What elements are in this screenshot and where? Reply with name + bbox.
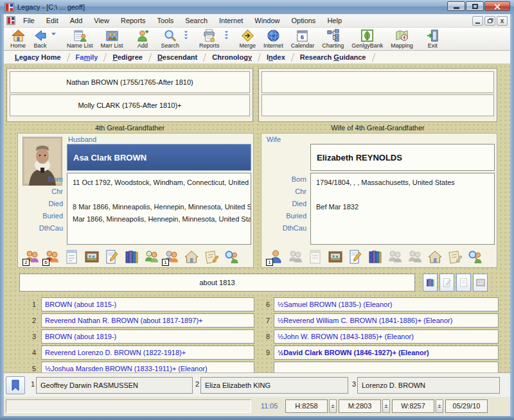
mdi-close-button[interactable]: x <box>497 16 508 26</box>
toolbar-internet-button[interactable]: Internet <box>260 28 287 50</box>
child-item-7[interactable]: ½Reverend William C. BROWN (1841-1886)+ … <box>274 313 499 328</box>
marriage-notes-button[interactable] <box>456 274 471 292</box>
status-date-box[interactable]: 05/29/10 <box>445 399 488 413</box>
wife-rin-stepper[interactable]: ± <box>436 399 443 413</box>
bookmark-item-2[interactable]: Eliza Elizabeth KING <box>200 377 348 394</box>
grandmother-item-empty[interactable] <box>261 94 494 116</box>
bookmark-item-3[interactable]: Lorenzo D. BROWN <box>357 377 500 394</box>
husband-address-icon[interactable] <box>184 249 199 265</box>
marriage-rin-box[interactable]: M:2803 <box>339 399 381 413</box>
husband-name-banner[interactable]: Asa Clark BROWN <box>67 144 251 171</box>
menu-window[interactable]: Window <box>249 15 285 26</box>
tab-descendant[interactable]: Descendant <box>150 51 204 63</box>
tab-family[interactable]: Family <box>69 51 105 63</box>
wife-siblings-icon[interactable] <box>288 249 303 265</box>
wife-name-banner[interactable]: Elizabeth REYNOLDS <box>310 144 495 171</box>
menu-bar: File Edit Add View Reports Tools Search … <box>4 14 510 28</box>
husband-witness-icon[interactable]: 1 <box>164 249 179 265</box>
menu-reports[interactable]: Reports <box>115 15 152 26</box>
menu-tools[interactable]: Tools <box>151 15 179 26</box>
toolbar-charting-button[interactable]: Charting <box>318 28 348 50</box>
back-dropdown-arrow[interactable] <box>51 28 57 40</box>
toolbar-merge-button[interactable]: Merge <box>236 28 260 50</box>
menu-search[interactable]: Search <box>179 15 213 26</box>
child-item-4[interactable]: Reverend Lorenzo D. BROWN (1822-1918)+ <box>41 346 254 360</box>
toolbar-marr-list-button[interactable]: Marr List <box>97 28 127 50</box>
grandfather-item-empty[interactable] <box>261 71 494 93</box>
child-item-9[interactable]: ½David Clark BROWN (1846-1927)+ (Eleanor… <box>274 346 499 360</box>
wife-rin-box[interactable]: W:8257 <box>392 399 434 413</box>
back-icon <box>33 29 47 42</box>
husband-spouses-icon[interactable]: 2 <box>24 249 40 265</box>
menu-help[interactable]: Help <box>321 15 348 26</box>
toolbar-home-button[interactable]: Home <box>6 28 30 50</box>
toolbar-mapping-button[interactable]: Mapping <box>387 28 417 50</box>
menu-options[interactable]: Options <box>285 15 321 26</box>
husband-sources-icon[interactable] <box>124 249 139 265</box>
wife-shared-events-icon[interactable] <box>387 249 403 265</box>
toolbar-calendar-button[interactable]: 6 Calendar <box>287 28 319 50</box>
husband-rin-stepper[interactable]: ± <box>329 399 337 413</box>
menu-file[interactable]: File <box>17 15 40 26</box>
calendar-icon: 6 <box>296 29 309 42</box>
grandmother-item[interactable]: Molly CLARK (1765-After 1810)+ <box>10 94 250 116</box>
tab-research-guidance[interactable]: Research Guidance <box>293 51 373 63</box>
maximize-button[interactable] <box>466 1 484 11</box>
husband-edit-icon[interactable] <box>104 249 120 265</box>
marriage-media-button[interactable] <box>473 274 488 292</box>
toolbar-name-list-button[interactable]: Name List <box>63 28 97 50</box>
wife-todo-icon[interactable] <box>447 249 463 265</box>
husband-siblings-icon[interactable]: 6 <box>44 249 60 265</box>
menu-add[interactable]: Add <box>64 15 89 26</box>
search-more-chevron[interactable] <box>183 28 189 40</box>
marriage-date-box[interactable]: about 1813 <box>19 274 415 292</box>
menu-edit[interactable]: Edit <box>40 15 64 26</box>
tab-pedigree[interactable]: Pedigree <box>105 51 149 63</box>
toolbar-genealogybank-button[interactable]: GenlgyBank <box>348 28 387 50</box>
wife-notes-icon[interactable] <box>308 249 323 265</box>
child-item-3[interactable]: BROWN (about 1819-) <box>41 329 254 344</box>
husband-research-icon[interactable] <box>224 249 239 265</box>
marriage-rin-stepper[interactable]: ± <box>382 399 390 413</box>
child-item-8[interactable]: ½John W. BROWN (1843-1885)+ (Eleanor) <box>274 329 499 344</box>
toolbar-exit-button[interactable]: Exit <box>422 28 443 50</box>
wife-spouses-icon[interactable]: 1 <box>268 249 283 265</box>
toolbar-search-button[interactable]: Search <box>157 28 184 50</box>
close-button[interactable] <box>484 1 510 11</box>
husband-rin-box[interactable]: H:8258 <box>285 399 328 413</box>
marriage-sources-button[interactable] <box>423 274 438 292</box>
bookmark-item-1[interactable]: Geoffrey Darwin RASMUSSEN <box>36 377 193 394</box>
wife-edit-icon[interactable] <box>348 249 363 265</box>
marriage-edit-button[interactable] <box>439 274 454 292</box>
wife-sources-icon[interactable] <box>368 249 383 265</box>
wife-media-icon[interactable] <box>328 249 343 265</box>
husband-media-icon[interactable] <box>84 249 100 265</box>
menu-internet[interactable]: Internet <box>213 15 249 26</box>
husband-shared-events-icon[interactable] <box>144 249 159 265</box>
husband-todo-icon[interactable] <box>204 249 219 265</box>
tab-legacy-home[interactable]: Legacy Home <box>8 51 68 63</box>
mother-parents-caption: Wife of 4th Great-Grandfather <box>258 124 497 132</box>
grandfather-item[interactable]: Nathan BROWN (1755/1765-After 1810) <box>10 71 250 93</box>
minimize-button[interactable] <box>447 1 465 11</box>
child-item-1[interactable]: BROWN (about 1815-) <box>41 297 254 311</box>
husband-notes-icon[interactable] <box>64 249 80 265</box>
tab-index[interactable]: Index <box>260 51 292 63</box>
wife-research-icon[interactable] <box>467 249 483 265</box>
wife-witness-icon[interactable] <box>407 249 423 265</box>
reports-more-chevron[interactable] <box>224 28 229 40</box>
toolbar-reports-button[interactable]: Reports <box>195 28 224 50</box>
bookmark-button[interactable] <box>6 376 25 394</box>
toolbar-back-button[interactable]: Back <box>30 28 51 50</box>
husband-events-box[interactable]: 11 Oct 1792, Woodstock, Windham, Connect… <box>67 173 251 245</box>
child-item-2[interactable]: Reverend Nathan R. BROWN (about 1817-189… <box>41 313 254 328</box>
wife-events-box[interactable]: 1794/1804, , , Massachusetts, United Sta… <box>310 173 495 245</box>
title-bar[interactable]: Legacy - [C:\ ... geoff] <box>0 0 514 14</box>
mdi-minimize-button[interactable] <box>472 16 483 26</box>
wife-address-icon[interactable] <box>427 249 443 265</box>
child-item-6[interactable]: ½Samuel BROWN (1835-) (Eleanor) <box>274 297 499 311</box>
toolbar-add-button[interactable]: Add <box>132 28 154 50</box>
tab-chronology[interactable]: Chronology <box>205 51 259 63</box>
mdi-restore-button[interactable] <box>484 16 495 26</box>
menu-view[interactable]: View <box>88 15 115 26</box>
